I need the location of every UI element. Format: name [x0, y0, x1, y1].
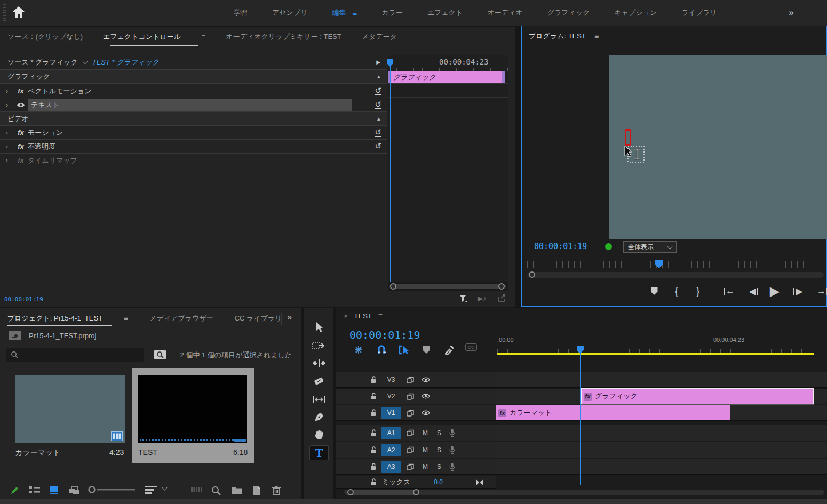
lane-a1[interactable]: [496, 425, 827, 441]
selection-tool[interactable]: [309, 320, 329, 335]
track-name[interactable]: V1: [381, 407, 401, 419]
reset-icon[interactable]: ↺: [375, 129, 381, 137]
track-name[interactable]: A3: [381, 461, 401, 473]
panel-menu-icon[interactable]: ≡: [378, 311, 383, 320]
sequence-clip-label[interactable]: TEST * グラフィック: [92, 58, 159, 67]
program-scrollbar[interactable]: [527, 272, 824, 278]
zoom-handle-right[interactable]: [413, 489, 419, 495]
tab-media-browser[interactable]: メディアブラウザー: [149, 314, 213, 323]
track-output-eye-icon[interactable]: [422, 410, 430, 416]
workspace-tab-effects[interactable]: エフェクト: [427, 8, 463, 18]
effect-row-opacity[interactable]: › fx 不透明度 ↺: [0, 140, 387, 154]
keyframe-bowtie-icon[interactable]: [476, 479, 483, 485]
program-timecode[interactable]: 00:00:01:19: [534, 242, 587, 251]
play-button[interactable]: ▶: [767, 283, 782, 299]
lane-a3[interactable]: [496, 459, 827, 475]
workspace-tab-learning[interactable]: 学習: [234, 8, 248, 18]
tab-cc-libraries[interactable]: CC ライブラリ: [235, 314, 282, 323]
zoom-slider[interactable]: [88, 486, 136, 493]
workspace-tab-graphics[interactable]: グラフィック: [547, 8, 590, 18]
eye-icon[interactable]: [14, 102, 28, 108]
step-back-button[interactable]: ◀: [746, 283, 761, 299]
track-name[interactable]: A1: [381, 427, 401, 439]
track-header-a2[interactable]: A2 M S: [336, 442, 496, 458]
writable-pencil-icon[interactable]: [10, 486, 19, 495]
tab-metadata[interactable]: メタデータ: [362, 32, 397, 42]
sort-icon[interactable]: [145, 486, 157, 494]
effect-row-vector-motion[interactable]: › fx ベクトルモーション ↺: [0, 84, 387, 98]
sort-chevron-icon[interactable]: [163, 486, 166, 490]
chevron-right-icon[interactable]: ›: [0, 142, 14, 150]
track-header-v1[interactable]: V1: [336, 405, 496, 421]
add-marker-icon[interactable]: [420, 343, 433, 356]
lane-v3[interactable]: [496, 372, 827, 388]
scroll-handle-right[interactable]: [498, 283, 505, 290]
video-preview[interactable]: [609, 55, 827, 239]
timeline-tab-test[interactable]: TEST: [354, 312, 372, 320]
chevron-right-icon[interactable]: ›: [0, 101, 14, 109]
clip-graphic[interactable]: fx グラフィック: [582, 389, 813, 404]
effect-row-time-remap[interactable]: › fx タイムリマップ: [0, 154, 387, 167]
delete-trash-icon[interactable]: [272, 486, 281, 495]
workspace-overflow-icon[interactable]: »: [789, 7, 794, 18]
find-icon[interactable]: [211, 486, 221, 495]
track-header-a1[interactable]: A1 M S: [336, 425, 496, 441]
captions-cc-icon[interactable]: CC: [465, 343, 477, 351]
tab-effect-controls[interactable]: エフェクトコントロール: [103, 32, 181, 42]
lock-icon[interactable]: [370, 478, 377, 486]
chevron-right-icon[interactable]: ›: [0, 87, 14, 95]
lock-icon[interactable]: [370, 429, 377, 437]
workspace-tab-editing[interactable]: 編集: [332, 8, 346, 18]
panel-menu-icon[interactable]: ≡: [201, 33, 205, 41]
mark-out-button[interactable]: }: [694, 283, 702, 299]
lane-a2[interactable]: [496, 442, 827, 458]
project-item-test-sequence[interactable]: [138, 375, 247, 443]
clip-color-matte[interactable]: fx カラーマット: [496, 405, 730, 420]
sync-lock-icon[interactable]: [407, 463, 414, 470]
go-to-in-button[interactable]: ←: [721, 283, 737, 299]
workspace-tab-audio[interactable]: オーディオ: [487, 8, 522, 18]
lock-icon[interactable]: [370, 393, 377, 400]
mix-track-header[interactable]: ミックス 0.0: [336, 476, 496, 489]
home-icon[interactable]: [12, 5, 26, 19]
zoom-level-select[interactable]: 全体表示: [623, 241, 677, 253]
step-forward-button[interactable]: ▶: [791, 283, 806, 299]
track-header-v3[interactable]: V3: [336, 372, 496, 388]
item-name[interactable]: カラーマット: [15, 448, 61, 458]
track-header-a3[interactable]: A3 M S: [336, 459, 496, 475]
show-timeline-icon[interactable]: ▶: [376, 59, 380, 65]
sync-lock-icon[interactable]: [407, 446, 414, 453]
reset-icon[interactable]: ↺: [375, 87, 381, 95]
mute-button[interactable]: M: [418, 429, 432, 437]
search-input[interactable]: [6, 348, 144, 362]
lock-icon[interactable]: [370, 463, 377, 470]
linked-selection-icon[interactable]: [397, 343, 410, 356]
workspace-tab-libraries[interactable]: ライブラリ: [681, 8, 717, 18]
sync-lock-icon[interactable]: [407, 410, 414, 417]
effect-group-video[interactable]: ビデオ ▲: [0, 112, 387, 126]
icon-view-button[interactable]: [49, 486, 59, 494]
scrub-handle[interactable]: [529, 271, 535, 278]
program-ruler[interactable]: [527, 261, 824, 268]
reset-icon[interactable]: ↺: [375, 142, 381, 150]
close-icon[interactable]: ×: [344, 312, 348, 320]
type-tool[interactable]: T: [309, 445, 329, 460]
track-header-v2[interactable]: V2: [336, 388, 496, 404]
item-name[interactable]: TEST: [138, 448, 157, 457]
project-bin-icon[interactable]: [9, 331, 21, 340]
chevron-right-icon[interactable]: ›: [0, 156, 14, 164]
filmstrip-badge-icon[interactable]: [111, 431, 123, 441]
add-marker-button[interactable]: [648, 283, 661, 299]
project-item-color-matte[interactable]: [15, 375, 125, 443]
panel-menu-icon[interactable]: ≡: [594, 32, 599, 41]
lock-icon[interactable]: [370, 376, 377, 383]
timeline-timecode[interactable]: 00:00:01:19: [349, 329, 420, 341]
workspace-tab-captions[interactable]: キャプション: [614, 8, 657, 18]
solo-button[interactable]: S: [432, 446, 446, 454]
tab-project[interactable]: プロジェクト: Pr15-4-1_TEST: [7, 314, 102, 323]
track-name[interactable]: A2: [381, 444, 401, 456]
graphic-clip-bar[interactable]: グラフィック: [388, 71, 505, 83]
fx-icon[interactable]: fx: [14, 142, 28, 150]
play-audio-icon[interactable]: ▶♪: [478, 294, 487, 302]
timeline-settings-wrench-icon[interactable]: [443, 343, 456, 356]
